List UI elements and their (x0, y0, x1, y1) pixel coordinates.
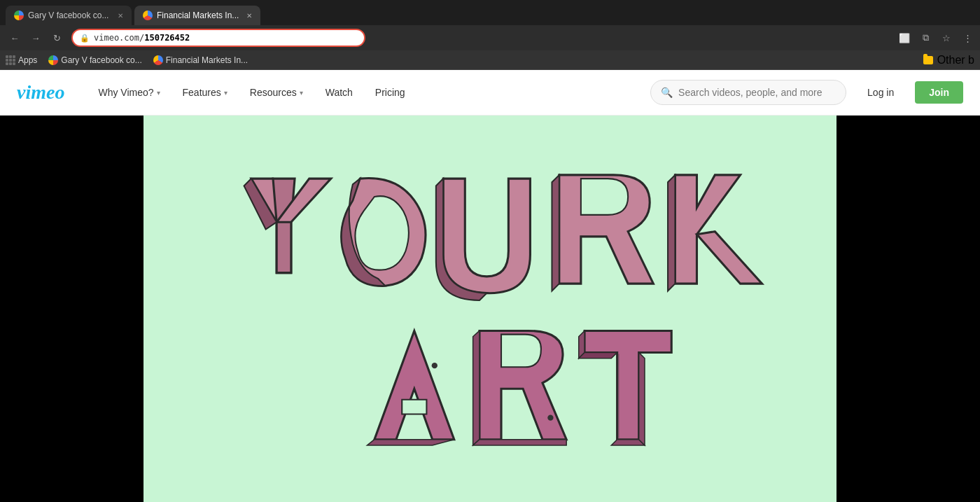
address-display: vimeo.com/150726452 (94, 33, 190, 43)
apps-grid-icon (6, 55, 15, 65)
search-input[interactable] (678, 87, 836, 98)
bookmark-gary-v[interactable]: Gary V facebook co... (48, 55, 141, 65)
tab-favicon-financial (143, 11, 153, 20)
bookmark-financial-favicon (153, 55, 163, 65)
svg-point-1 (431, 363, 437, 368)
black-right-panel (836, 116, 980, 502)
bookmark-apps[interactable]: Apps (6, 55, 37, 65)
bookmarks-bar: Apps Gary V facebook co... Financial Mar… (0, 50, 980, 70)
chevron-down-icon: ▾ (157, 89, 160, 97)
address-bar[interactable]: 🔒 vimeo.com/150726452 (71, 29, 365, 47)
tab-financial[interactable]: Financial Markets In... ✕ (134, 6, 260, 25)
tab-bar: Gary V facebook co... ✕ Financial Market… (0, 0, 980, 25)
tab-label-gary-v: Gary V facebook co... (28, 11, 108, 20)
address-bar-row: ← → ↻ 🔒 vimeo.com/150726452 ⬜ ⧉ ☆ ⋮ (0, 25, 980, 50)
search-box[interactable]: 🔍 (650, 80, 846, 105)
nav-resources[interactable]: Resources ▾ (239, 70, 314, 116)
black-left-panel (0, 116, 144, 502)
bookmark-gary-v-favicon (48, 55, 58, 65)
join-button[interactable]: Join (915, 81, 963, 104)
bookmark-gary-v-label: Gary V facebook co... (61, 55, 141, 65)
star-icon[interactable]: ☆ (939, 31, 953, 45)
cast-icon[interactable]: ⬜ (897, 31, 911, 45)
video-frame-svg (178, 135, 802, 483)
vimeo-nav: vimeo Why Vimeo? ▾ Features ▾ Resources … (0, 70, 980, 116)
nav-watch[interactable]: Watch (314, 70, 364, 116)
nav-buttons: ← → ↻ (6, 29, 66, 47)
tab-favicon-gary-v (14, 11, 24, 20)
other-bookmarks-label[interactable]: Other b (937, 54, 974, 67)
nav-why-vimeo[interactable]: Why Vimeo? ▾ (87, 70, 171, 116)
back-button[interactable]: ← (6, 29, 24, 47)
nav-pricing-label: Pricing (375, 87, 405, 98)
video-area (0, 116, 980, 502)
chevron-down-icon: ▾ (300, 89, 303, 97)
reload-button[interactable]: ↻ (48, 29, 66, 47)
login-button[interactable]: Log in (855, 81, 906, 104)
bookmark-financial[interactable]: Financial Markets In... (153, 55, 248, 65)
lock-icon: 🔒 (80, 34, 90, 43)
vimeo-logo[interactable]: vimeo (17, 81, 64, 104)
other-bookmarks-folder (923, 56, 933, 64)
page-content: vimeo Why Vimeo? ▾ Features ▾ Resources … (0, 70, 980, 502)
bookmark-apps-label: Apps (18, 55, 37, 65)
nav-pricing[interactable]: Pricing (364, 70, 416, 116)
nav-watch-label: Watch (326, 87, 353, 98)
svg-point-2 (547, 414, 553, 420)
vimeo-logo-text: vimeo (17, 81, 64, 103)
search-icon: 🔍 (661, 87, 673, 98)
extensions-icon[interactable]: ⧉ (918, 31, 932, 45)
nav-menu: Why Vimeo? ▾ Features ▾ Resources ▾ Watc… (87, 70, 650, 116)
nav-why-vimeo-label: Why Vimeo? (98, 87, 153, 98)
bookmarks-right: Other b (923, 54, 974, 67)
address-path: 150726452 (144, 33, 190, 43)
chevron-down-icon: ▾ (224, 89, 227, 97)
tab-gary-v[interactable]: Gary V facebook co... ✕ (6, 6, 132, 25)
tab-label-financial: Financial Markets In... (157, 11, 239, 20)
bookmark-financial-label: Financial Markets In... (166, 55, 248, 65)
nav-features[interactable]: Features ▾ (172, 70, 239, 116)
toolbar-right: ⬜ ⧉ ☆ ⋮ (897, 31, 974, 45)
tab-close-financial[interactable]: ✕ (246, 12, 252, 20)
art-display (144, 116, 836, 502)
menu-icon[interactable]: ⋮ (960, 31, 974, 45)
nav-features-label: Features (183, 87, 221, 98)
tab-close-gary-v[interactable]: ✕ (118, 12, 123, 20)
browser-chrome: Gary V facebook co... ✕ Financial Market… (0, 0, 980, 50)
forward-button[interactable]: → (27, 29, 45, 47)
video-container[interactable] (144, 116, 836, 502)
nav-search: 🔍 Log in Join (650, 80, 963, 105)
nav-resources-label: Resources (250, 87, 297, 98)
